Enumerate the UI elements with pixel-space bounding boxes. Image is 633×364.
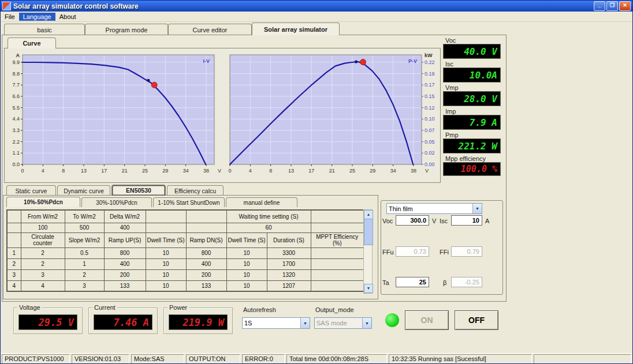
svg-text:0.17: 0.17 — [425, 82, 435, 88]
table-cell[interactable]: 10 — [226, 247, 267, 258]
table-cell[interactable]: 1 — [65, 258, 104, 269]
table-value-to[interactable]: 500 — [65, 223, 104, 232]
scrollbar-down-button[interactable]: ▼ — [364, 284, 373, 293]
off-button[interactable]: OFF — [455, 310, 498, 330]
table-value-delta[interactable]: 400 — [104, 223, 146, 232]
table-cell[interactable]: 3 — [21, 269, 65, 280]
table-scrollbar[interactable]: ▲ ▼ — [363, 209, 373, 294]
tab-curve[interactable]: Curve — [8, 37, 56, 48]
table-cell[interactable]: 4 — [21, 280, 65, 291]
ffu-field — [396, 246, 429, 257]
table-cell[interactable]: 400 — [104, 258, 146, 269]
table-cell[interactable]: 800 — [104, 247, 146, 258]
status-running-message: 10:32:35 Running sas [Sucessful] — [389, 354, 532, 364]
isc-unit: A — [485, 217, 489, 224]
status-filler — [534, 354, 631, 364]
tab-solar-array-simulator[interactable]: Solar array simulator — [252, 22, 340, 35]
table-cell[interactable]: 200 — [186, 269, 226, 280]
table-cell[interactable]: 2 — [65, 269, 104, 280]
ta-field[interactable] — [396, 277, 429, 287]
ffi-field — [451, 246, 482, 257]
tab-dynamic-curve[interactable]: Dynamic curve — [57, 185, 110, 196]
isc-readout: Isc 10.0A — [443, 61, 502, 82]
table-cell[interactable]: 133 — [186, 280, 226, 291]
on-button[interactable]: ON — [405, 310, 449, 330]
isc-field[interactable] — [451, 215, 482, 226]
beta-field — [451, 277, 482, 287]
ta-field-label: Ta — [382, 279, 389, 286]
svg-text:0.07: 0.07 — [425, 127, 435, 133]
table-cell[interactable] — [311, 247, 364, 258]
ffu-field-label: FFu — [382, 249, 394, 256]
svg-text:I-V: I-V — [203, 58, 210, 64]
close-button[interactable]: ✕ — [619, 1, 631, 11]
autorefresh-select[interactable]: 1S ▼ — [242, 317, 310, 329]
maximize-button[interactable]: ❐ — [606, 1, 618, 11]
table-value-from[interactable]: 100 — [21, 223, 65, 232]
table-cell[interactable]: 400 — [186, 258, 226, 269]
tab-curve-editor[interactable]: Curve editor — [168, 24, 252, 35]
table-cell[interactable]: 2 — [21, 247, 65, 258]
table-cell[interactable]: 10 — [226, 269, 267, 280]
svg-text:13: 13 — [288, 168, 294, 174]
voc-field[interactable] — [396, 215, 429, 226]
table-value-waiting-time[interactable]: 60 — [226, 223, 311, 232]
vmp-label: Vmp — [443, 84, 502, 91]
svg-text:17: 17 — [101, 168, 107, 174]
current-meter-value: 7.46 A — [94, 314, 152, 330]
voc-label: Voc — [443, 37, 502, 44]
table-cell[interactable] — [311, 280, 364, 291]
subtab-1-10-start-shuntdown[interactable]: 1-10% Start ShuntDown — [153, 197, 225, 207]
table-cell[interactable]: 10 — [146, 258, 186, 269]
minimize-button[interactable]: _ — [594, 1, 605, 11]
table-cell[interactable]: 133 — [104, 280, 146, 291]
table-cell[interactable] — [311, 269, 364, 280]
table-cell[interactable]: 3300 — [267, 247, 311, 258]
table-cell[interactable]: 800 — [186, 247, 226, 258]
table-cell[interactable]: 1700 — [267, 258, 311, 269]
subtab-30-100-pdcn[interactable]: 30%-100%Pdcn — [81, 197, 152, 207]
tab-static-curve[interactable]: Static curve — [6, 185, 56, 196]
tab-basic[interactable]: basic — [4, 24, 85, 35]
table-row: 44313310133101207 — [7, 280, 364, 291]
menu-item-about[interactable]: About — [55, 13, 80, 21]
table-cell[interactable] — [311, 258, 364, 269]
status-output: OUTPUT:ON — [186, 354, 240, 364]
imp-label: Imp — [443, 108, 502, 115]
row-number-cell: 2 — [7, 258, 21, 269]
status-mode: Mode:SAS — [131, 354, 184, 364]
table-cell[interactable]: 3 — [65, 280, 104, 291]
table-cell[interactable]: 1207 — [267, 280, 311, 291]
table-cell[interactable]: 10 — [226, 258, 267, 269]
autorefresh-value: 1S — [243, 320, 300, 327]
voltage-meter-label: Voltage — [17, 304, 42, 311]
table-cell[interactable]: 0.5 — [65, 247, 104, 258]
table-cell[interactable]: 200 — [104, 269, 146, 280]
svg-text:8: 8 — [62, 168, 65, 174]
model-select[interactable]: Thin film ▼ — [386, 203, 482, 214]
menu-item-file[interactable]: File — [1, 13, 19, 21]
table-cell[interactable]: 10 — [146, 247, 186, 258]
table-cell[interactable]: 10 — [146, 280, 186, 291]
table-cell[interactable]: 1320 — [267, 269, 311, 280]
tab-en50530[interactable]: EN50530 — [111, 185, 166, 196]
subtab-10-50-pdcn[interactable]: 10%-50%Pdcn — [6, 197, 80, 207]
col-duration: Duration (S) — [267, 232, 311, 247]
tab-efficiency-calcu[interactable]: Efficiency calcu — [167, 185, 224, 196]
table-cell[interactable]: 10 — [146, 269, 186, 280]
table-cell[interactable]: 2 — [21, 258, 65, 269]
tab-program-mode[interactable]: Program mode — [85, 24, 168, 35]
power-meter-value: 219.9 W — [169, 314, 228, 330]
model-select-value: Thin film — [387, 205, 472, 212]
status-product: PRODUCT:PVS1000 — [2, 354, 70, 364]
current-meter-label: Current — [92, 304, 117, 311]
svg-text:4: 4 — [249, 168, 252, 174]
scrollbar-up-button[interactable]: ▲ — [364, 210, 373, 219]
output-mode-value: SAS mode — [315, 320, 362, 327]
svg-text:0.00: 0.00 — [425, 162, 435, 167]
subtab-manual-define[interactable]: manual define — [226, 197, 297, 207]
menu-item-language[interactable]: Language — [19, 13, 55, 21]
scrollbar-thumb[interactable] — [364, 219, 373, 245]
svg-text:21: 21 — [122, 168, 128, 174]
table-cell[interactable]: 10 — [226, 280, 267, 291]
